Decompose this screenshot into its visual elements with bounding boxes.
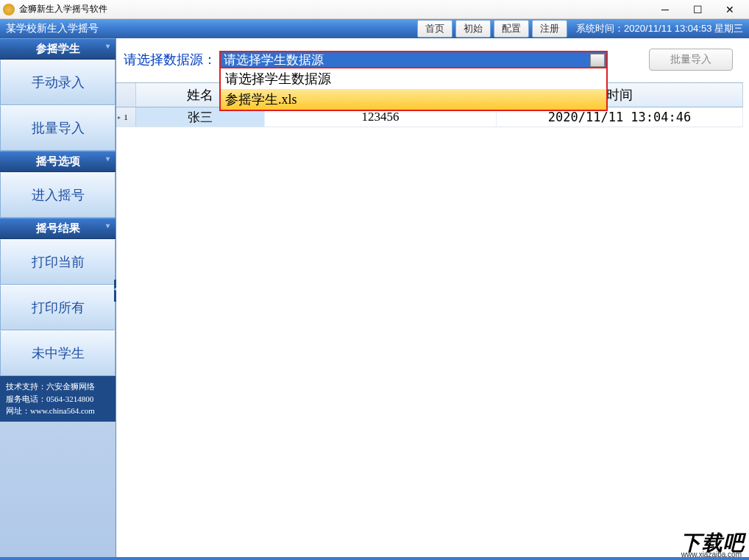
window-controls: ─ ☐ ✕: [649, 1, 746, 18]
init-button[interactable]: 初始: [455, 20, 491, 38]
register-button[interactable]: 注册: [532, 20, 567, 38]
app-icon: [3, 4, 15, 15]
sidebar: 参摇学生 手动录入 批量导入 摇号选项 进入摇号 摇号结果 打印当前 打印所有 …: [0, 38, 116, 560]
datasource-select-wrap: 请选择学生数据源 请选择学生数据源 参摇学生.xls: [219, 51, 608, 68]
datasource-select[interactable]: 请选择学生数据源: [219, 51, 608, 68]
sidebar-info: 技术支持：六安金狮网络 服务电话：0564-3214800 网址：www.chi…: [0, 376, 116, 422]
maximize-button[interactable]: ☐: [681, 1, 714, 18]
sidebar-btn-print-all[interactable]: 打印所有: [0, 285, 116, 330]
sidebar-group-options[interactable]: 摇号选项: [0, 151, 116, 172]
main-area: 参摇学生 手动录入 批量导入 摇号选项 进入摇号 摇号结果 打印当前 打印所有 …: [0, 38, 749, 560]
datasource-row: 请选择数据源： 请选择学生数据源 请选择学生数据源 参摇学生.xls 批量导入: [116, 38, 749, 78]
content-area: 请选择数据源： 请选择学生数据源 请选择学生数据源 参摇学生.xls 批量导入 …: [116, 38, 749, 560]
cell-rownum: 1: [116, 107, 136, 127]
sidebar-group-students[interactable]: 参摇学生: [0, 38, 116, 60]
chevron-down-icon: [595, 57, 601, 61]
minimize-button[interactable]: ─: [649, 1, 681, 18]
info-site: 网址：www.china564.com: [6, 405, 110, 417]
sidebar-btn-manual-entry[interactable]: 手动录入: [0, 60, 116, 105]
window-titlebar: 金狮新生入学摇号软件 ─ ☐ ✕: [0, 0, 749, 19]
close-button[interactable]: ✕: [714, 1, 746, 18]
bottom-border: [0, 557, 749, 560]
col-rownum: [116, 83, 136, 107]
datasource-dropdown: 请选择学生数据源 参摇学生.xls: [219, 67, 608, 111]
info-phone: 服务电话：0564-3214800: [6, 393, 110, 405]
app-title: 某学校新生入学摇号: [6, 22, 417, 35]
datasource-option[interactable]: 参摇学生.xls: [221, 89, 606, 110]
sidebar-btn-not-selected[interactable]: 未中学生: [0, 330, 116, 376]
app-header: 某学校新生入学摇号 首页 初始 配置 注册 系统时间：2020/11/11 13…: [0, 19, 749, 38]
info-support: 技术支持：六安金狮网络: [6, 380, 110, 393]
home-button[interactable]: 首页: [417, 20, 452, 38]
datasource-option[interactable]: 请选择学生数据源: [221, 68, 606, 89]
config-button[interactable]: 配置: [494, 20, 529, 38]
window-title: 金狮新生入学摇号软件: [19, 3, 649, 15]
watermark-url: www.xiazaiba.com: [681, 550, 742, 559]
sidebar-btn-batch-import[interactable]: 批量导入: [0, 105, 116, 151]
sidebar-group-results[interactable]: 摇号结果: [0, 218, 116, 239]
system-time: 系统时间：2020/11/11 13:04:53 星期三: [576, 22, 743, 35]
sidebar-btn-enter-lottery[interactable]: 进入摇号: [0, 172, 116, 218]
datasource-label: 请选择数据源：: [124, 51, 216, 68]
header-buttons: 首页 初始 配置 注册: [417, 20, 567, 38]
batch-import-button[interactable]: 批量导入: [649, 49, 733, 71]
sidebar-btn-print-current[interactable]: 打印当前: [0, 239, 116, 285]
